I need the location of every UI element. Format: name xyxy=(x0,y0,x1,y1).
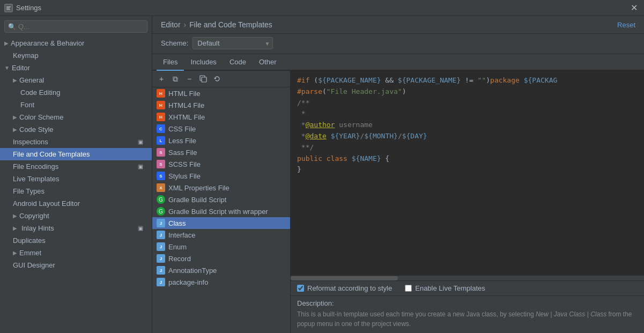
tab-other[interactable]: Other xyxy=(253,54,283,71)
list-item[interactable]: H XHTML File xyxy=(152,111,290,123)
file-item-label: XML Properties File xyxy=(168,184,230,192)
chevron-right-icon: ▶ xyxy=(13,213,17,219)
close-button[interactable]: ✕ xyxy=(628,3,640,13)
list-item[interactable]: C CSS File xyxy=(152,123,290,135)
breadcrumb-parent: Editor xyxy=(161,20,181,29)
list-item[interactable]: G Gradle Build Script xyxy=(152,194,290,205)
sidebar-item-label: Font xyxy=(20,101,34,109)
sidebar-item-code-style[interactable]: ▶ Code Style xyxy=(0,123,152,136)
sidebar-item-inlay-hints[interactable]: ▶ Inlay Hints ▣ xyxy=(0,222,152,234)
file-list-panel: + ⧉ − xyxy=(152,71,291,333)
reformat-checkbox[interactable] xyxy=(297,285,304,292)
sidebar-item-label: Code Style xyxy=(19,125,54,134)
reset-template-button[interactable] xyxy=(211,73,223,85)
file-list: H HTML File H HTML4 File H XHTML File C … xyxy=(152,87,290,333)
file-item-label: Class xyxy=(168,219,186,227)
sidebar-item-color-scheme[interactable]: ▶ Color Scheme xyxy=(0,111,152,123)
list-item[interactable]: H HTML4 File xyxy=(152,99,290,111)
list-item[interactable]: S Stylus File xyxy=(152,170,290,182)
tab-files[interactable]: Files xyxy=(157,54,184,71)
css-file-icon: C xyxy=(157,124,165,133)
search-box[interactable]: 🔍 xyxy=(4,20,147,33)
add-button[interactable]: + xyxy=(156,73,167,85)
file-item-label: HTML4 File xyxy=(168,101,204,109)
scheme-select-wrap[interactable]: Default Project ▼ xyxy=(193,37,273,49)
list-item[interactable]: H HTML File xyxy=(152,87,290,99)
copy-button[interactable]: ⧉ xyxy=(169,73,181,85)
bottom-options: Reformat according to style Enable Live … xyxy=(291,280,644,295)
live-templates-checkbox[interactable] xyxy=(405,285,412,292)
list-item[interactable]: J Enum xyxy=(152,241,290,253)
list-item[interactable]: X XML Properties File xyxy=(152,182,290,194)
css-file-icon: L xyxy=(157,136,165,145)
reset-button[interactable]: Reset xyxy=(617,21,635,29)
sidebar-item-inspections[interactable]: Inspections ▣ xyxy=(0,136,152,148)
sidebar-item-emmet[interactable]: ▶ Emmet xyxy=(0,247,152,259)
search-icon: 🔍 xyxy=(8,23,16,31)
sidebar-item-general[interactable]: ▶ General xyxy=(0,74,152,86)
breadcrumb: Editor › File and Code Templates xyxy=(161,20,272,29)
chevron-right-icon: ▶ xyxy=(13,225,17,231)
breadcrumb-separator: › xyxy=(184,20,187,29)
chevron-right-icon: ▶ xyxy=(13,114,17,120)
svg-rect-2 xyxy=(6,8,10,9)
sidebar-item-label: Live Templates xyxy=(13,175,59,183)
list-item[interactable]: S SCSS File xyxy=(152,158,290,170)
content-area: Editor › File and Code Templates Reset S… xyxy=(152,16,644,333)
list-item[interactable]: S Sass File xyxy=(152,146,290,158)
list-item-class[interactable]: J Class xyxy=(152,217,290,229)
code-line-7: **/ xyxy=(297,142,638,153)
sidebar-item-label: Inspections xyxy=(13,138,48,146)
java-file-icon: J xyxy=(157,219,165,227)
scheme-select[interactable]: Default Project xyxy=(193,37,273,49)
live-templates-checkbox-wrap[interactable]: Enable Live Templates xyxy=(405,284,485,292)
sidebar-item-appearance[interactable]: ▶ Appearance & Behavior xyxy=(0,37,152,49)
file-item-label: CSS File xyxy=(168,125,196,133)
file-item-label: Interface xyxy=(168,231,196,239)
list-item[interactable]: J AnnotationType xyxy=(152,264,290,276)
sidebar-item-gui-designer[interactable]: GUI Designer xyxy=(0,259,152,271)
remove-button[interactable]: − xyxy=(183,73,195,85)
scheme-row: Scheme: Default Project ▼ xyxy=(152,34,644,54)
list-item[interactable]: G Gradle Build Script with wrapper xyxy=(152,205,290,217)
window-title: Settings xyxy=(16,4,41,12)
sidebar-item-copyright[interactable]: ▶ Copyright xyxy=(0,210,152,222)
chevron-right-icon: ▶ xyxy=(13,127,17,132)
reformat-label: Reformat according to style xyxy=(307,284,392,292)
code-line-1: #if (${PACKAGE_NAME} && ${PACKAGE_NAME} … xyxy=(297,75,638,86)
tab-code[interactable]: Code xyxy=(223,54,253,71)
chevron-right-icon: ▶ xyxy=(4,40,9,46)
list-item[interactable]: J Record xyxy=(152,253,290,264)
sidebar-item-label: Keymap xyxy=(13,51,39,60)
sidebar-item-live-templates[interactable]: Live Templates xyxy=(0,173,152,185)
code-editor[interactable]: #if (${PACKAGE_NAME} && ${PACKAGE_NAME} … xyxy=(291,71,644,275)
live-templates-label: Enable Live Templates xyxy=(415,284,485,292)
file-item-label: Less File xyxy=(168,137,196,145)
sidebar-item-android-layout[interactable]: Android Layout Editor xyxy=(0,197,152,210)
desc-italic-1: New | Java Class xyxy=(536,310,585,318)
reformat-checkbox-wrap[interactable]: Reformat according to style xyxy=(297,284,392,292)
horizontal-scrollbar-area xyxy=(291,275,644,280)
list-item[interactable]: J package-info xyxy=(152,276,290,288)
code-line-6: *@date ${YEAR}/${MONTH}/${DAY} xyxy=(297,131,638,142)
desc-italic-2: Class xyxy=(590,310,606,318)
content-header: Editor › File and Code Templates Reset xyxy=(152,16,644,34)
list-item[interactable]: J Interface xyxy=(152,229,290,241)
sidebar-item-code-editing[interactable]: Code Editing xyxy=(0,86,152,99)
desc-text-2: | xyxy=(585,310,590,318)
file-item-label: Gradle Build Script xyxy=(168,196,226,204)
sidebar-item-file-encodings[interactable]: File Encodings ▣ xyxy=(0,160,152,173)
sidebar-item-font[interactable]: Font xyxy=(0,99,152,111)
copy-to-project-button[interactable] xyxy=(197,73,209,85)
sidebar-item-keymap[interactable]: Keymap xyxy=(0,49,152,62)
sidebar-item-file-types[interactable]: File Types xyxy=(0,185,152,197)
sidebar-item-label: Editor xyxy=(12,64,30,72)
indicator-icon: ▣ xyxy=(138,139,143,145)
sidebar-item-duplicates[interactable]: Duplicates xyxy=(0,234,152,247)
tab-includes[interactable]: Includes xyxy=(184,54,223,71)
sidebar-item-label: File and Code Templates xyxy=(13,150,90,158)
search-input[interactable] xyxy=(18,23,144,31)
sidebar-item-editor[interactable]: ▼ Editor xyxy=(0,62,152,74)
sidebar-item-file-code-templates[interactable]: File and Code Templates xyxy=(0,148,152,160)
list-item[interactable]: L Less File xyxy=(152,135,290,146)
